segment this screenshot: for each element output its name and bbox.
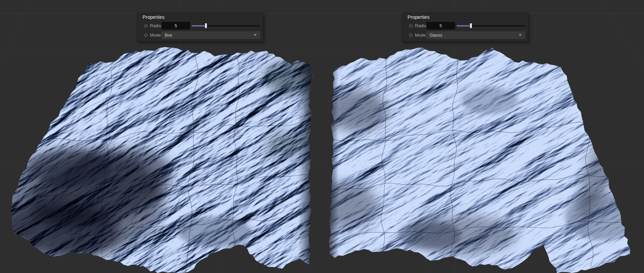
mode-label: Mode bbox=[415, 33, 426, 38]
radius-row: Radius 5 bbox=[138, 22, 263, 30]
radius-input[interactable]: 5 bbox=[426, 22, 455, 30]
slider-handle[interactable] bbox=[470, 23, 472, 28]
radius-value: 5 bbox=[174, 23, 177, 28]
chevron-down-icon bbox=[254, 34, 257, 36]
mode-dropdown[interactable]: Gauss bbox=[426, 31, 525, 39]
properties-panel-right: Properties Radius 5 Mode Gauss bbox=[402, 13, 528, 42]
mode-value: Gauss bbox=[430, 33, 442, 38]
mode-row: Mode Gauss bbox=[402, 31, 528, 39]
viewport-3d[interactable] bbox=[0, 0, 644, 273]
radius-slider[interactable] bbox=[192, 22, 260, 30]
radius-value: 5 bbox=[439, 23, 442, 28]
mode-dropdown[interactable]: Box bbox=[161, 31, 260, 39]
mode-value: Box bbox=[165, 33, 172, 38]
radius-row: Radius 5 bbox=[402, 22, 528, 30]
panel-title: Properties bbox=[408, 14, 430, 20]
mode-label: Mode bbox=[150, 33, 161, 38]
property-diamond-icon bbox=[409, 33, 413, 37]
application-window: Properties Radius 5 Mode Box Properties bbox=[0, 0, 644, 273]
chevron-down-icon bbox=[519, 34, 522, 36]
slider-fill bbox=[457, 25, 471, 27]
property-diamond-icon bbox=[144, 33, 148, 37]
panel-title: Properties bbox=[143, 14, 165, 20]
slider-fill bbox=[192, 25, 206, 27]
radius-input[interactable]: 5 bbox=[161, 22, 190, 30]
property-diamond-icon bbox=[144, 24, 148, 28]
radius-slider[interactable] bbox=[457, 22, 525, 30]
property-diamond-icon bbox=[409, 24, 413, 28]
mode-row: Mode Box bbox=[138, 31, 263, 39]
properties-panel-left: Properties Radius 5 Mode Box bbox=[137, 13, 263, 42]
slider-handle[interactable] bbox=[205, 23, 207, 28]
